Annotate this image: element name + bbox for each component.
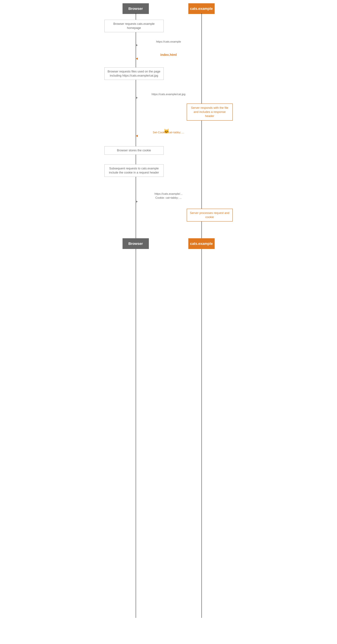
arrow5-label1: https://cats.example/... bbox=[136, 192, 201, 196]
arrow3-label: https://cats.example/cat.jpg bbox=[136, 93, 201, 96]
arrow1-head bbox=[136, 44, 138, 46]
arrow3-head bbox=[136, 96, 138, 99]
note-browser-request-homepage: Browser requests cats.example homepage bbox=[104, 20, 164, 32]
actor-server-top: cats.example bbox=[188, 3, 215, 14]
note-subsequent-requests: Subsequent requests to cats.example incl… bbox=[104, 164, 164, 177]
arrow5-head bbox=[136, 200, 138, 203]
note-browser-stores-cookie: Browser stores the cookie bbox=[104, 146, 164, 155]
arrow4-head bbox=[136, 135, 138, 137]
arrow1 bbox=[136, 44, 138, 46]
actor-server-bottom: cats.example bbox=[188, 238, 215, 249]
arrow2-label: index.html bbox=[136, 53, 201, 57]
note-browser-request-files: Browser requests files used on the page … bbox=[104, 67, 164, 80]
arrow1-label: https://cats.example bbox=[136, 40, 201, 44]
arrow4 bbox=[136, 135, 138, 137]
note-server-responds: Server responds with the file and includ… bbox=[187, 104, 233, 120]
actor-browser-bottom: Browser bbox=[123, 238, 149, 249]
note-server-processes: Server processes request and cookie bbox=[187, 209, 233, 222]
arrow2-head bbox=[136, 58, 138, 60]
arrow2 bbox=[136, 58, 138, 60]
sequence-diagram: Browser cats.example Browser requests ca… bbox=[103, 3, 234, 628]
arrow5-labels: https://cats.example/... Cookie: cat=tab… bbox=[136, 192, 201, 199]
lifeline-browser bbox=[136, 13, 136, 618]
arrow5-label2: Cookie: cat=tabby; ... bbox=[136, 196, 201, 200]
arrow5 bbox=[136, 200, 138, 203]
arrow4-label: Set-Cookie: cat=tabby; ... bbox=[136, 131, 201, 134]
actor-browser-top: Browser bbox=[123, 3, 149, 14]
arrow3 bbox=[136, 96, 138, 99]
